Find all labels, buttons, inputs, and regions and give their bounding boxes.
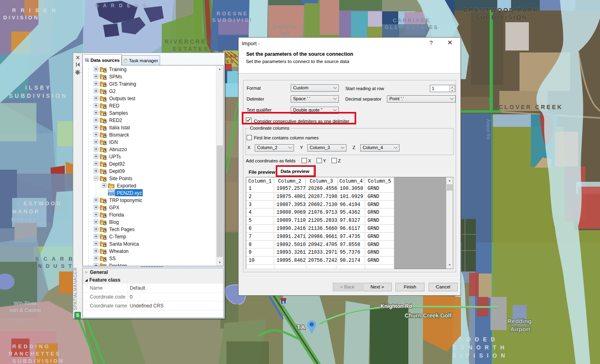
svg-text:sort & Casino: sort & Casino: [9, 307, 41, 313]
svg-text:ESTWOOD: ESTWOOD: [23, 200, 62, 206]
svg-text:Site Points: Site Points: [109, 176, 132, 181]
svg-text:G2: G2: [109, 88, 116, 94]
svg-text:SUBDIVISION: SUBDIVISION: [13, 358, 65, 364]
svg-text:GLEN ESTATES: GLEN ESTATES: [385, 24, 439, 30]
svg-text:C-Temp: C-Temp: [109, 234, 126, 240]
svg-text:G A R D E N S: G A R D E N S: [95, 3, 148, 8]
svg-text:TRP toponymic: TRP toponymic: [109, 198, 142, 203]
svg-text:Blog: Blog: [109, 219, 119, 225]
svg-text:Bismarck: Bismarck: [109, 132, 129, 138]
svg-text:Dept09: Dept09: [109, 168, 125, 174]
svg-text:DIVISION: DIVISION: [3, 15, 39, 21]
svg-text:DIVISI: DIVISI: [11, 217, 36, 223]
svg-text:ES: ES: [226, 59, 234, 64]
svg-text:Samples: Samples: [109, 110, 128, 116]
svg-text:SUBDIVISI: SUBDIVISI: [212, 17, 253, 23]
svg-text:Outputs test: Outputs test: [109, 96, 135, 101]
svg-text:5: 5: [282, 301, 285, 305]
svg-text:PENZD.xyz: PENZD.xyz: [117, 190, 142, 196]
svg-text:Park: Park: [279, 30, 290, 36]
svg-text:ROESNE: ROESNE: [217, 11, 249, 17]
svg-text:GPX: GPX: [109, 205, 119, 210]
svg-text:GIS Training: GIS Training: [109, 81, 136, 87]
svg-text:Florida: Florida: [109, 212, 124, 218]
svg-text:RED2: RED2: [109, 118, 122, 123]
svg-text:E S N O R T H: E S N O R T H: [453, 344, 506, 351]
svg-text:SUBDIVISION: SUBDIVISION: [9, 93, 68, 99]
svg-text:Santa Monica: Santa Monica: [109, 241, 139, 247]
svg-text:ILSEY: ILSEY: [25, 84, 51, 91]
svg-text:BRENTWOOD PARK: BRENTWOOD PARK: [463, 6, 539, 13]
svg-text:Airport: Airport: [510, 326, 530, 332]
svg-text:Desktop: Desktop: [109, 263, 127, 266]
svg-text:SPMs: SPMs: [109, 74, 122, 80]
svg-text:IGN: IGN: [109, 139, 118, 145]
svg-text:Dept92: Dept92: [109, 161, 125, 167]
svg-text:S C A R B: S C A R B: [35, 256, 74, 262]
svg-text:CARRIAGE: CARRIAGE: [393, 17, 430, 23]
svg-text:O O D E D: O O D E D: [458, 336, 496, 343]
svg-text:EAS: EAS: [226, 54, 237, 59]
svg-text:Training: Training: [109, 67, 127, 72]
svg-text:TA: TA: [297, 324, 306, 330]
svg-text:Wheaton: Wheaton: [109, 248, 129, 254]
svg-text:D I V I S I O N: D I V I S I O N: [452, 352, 506, 359]
svg-text:REDDING: REDDING: [13, 343, 51, 349]
svg-text:XYZ: XYZ: [109, 193, 114, 196]
svg-text:Italia Istat: Italia Istat: [109, 125, 130, 130]
svg-text:RIVERCREST: RIVERCREST: [165, 38, 217, 45]
svg-text:Knighton Rd: Knighton Rd: [380, 303, 412, 309]
svg-text:Churn Creek Golf: Churn Creek Golf: [405, 312, 452, 319]
svg-text:UPTs: UPTs: [109, 154, 121, 160]
svg-text:Abruzzo: Abruzzo: [109, 147, 127, 152]
svg-text:CLOVER CREEK: CLOVER CREEK: [499, 104, 563, 110]
svg-text:Win-River: Win-River: [13, 300, 37, 306]
svg-text:RED: RED: [109, 103, 120, 109]
svg-text:SS: SS: [109, 256, 116, 261]
svg-text:MANOR: MANOR: [12, 208, 40, 215]
svg-text:Airport Rd: Airport Rd: [486, 119, 491, 139]
svg-text:Enterprise: Enterprise: [272, 23, 296, 29]
svg-text:Tech Pages: Tech Pages: [109, 227, 135, 232]
svg-text:SUBDIVISION: SUBDIVISION: [475, 14, 528, 21]
svg-text:RANCHETTES: RANCHETTES: [9, 351, 61, 357]
svg-text:Redding: Redding: [507, 318, 532, 324]
svg-text:R R I S E N: R R I S E N: [12, 7, 57, 13]
svg-text:ESTATES: ESTATES: [173, 46, 209, 52]
svg-text:Exported: Exported: [117, 183, 136, 189]
